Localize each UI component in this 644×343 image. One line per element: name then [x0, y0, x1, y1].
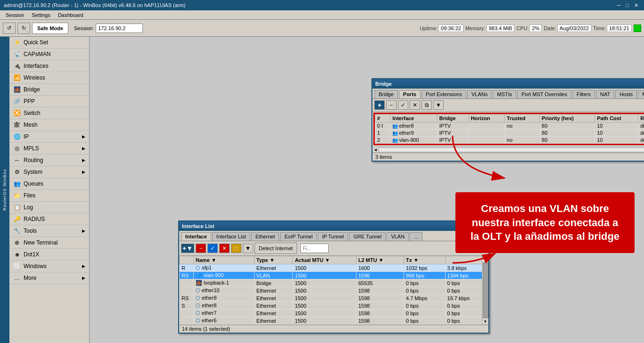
sidebar-label-queues: Queues	[24, 180, 85, 187]
tab-gre-tunnel[interactable]: GRE Tunnel	[349, 232, 386, 241]
cell-priority: 80	[540, 137, 595, 144]
tab-mstis[interactable]: MSTIs	[493, 90, 516, 98]
cell-interface: 👥ether8	[390, 122, 437, 130]
sidebar-item-wireless[interactable]: 📶 Wireless	[9, 72, 89, 84]
sidebar-label-capsman: CAPsMAN	[24, 51, 85, 57]
titlebar-title: admin@172.16.90.2 (Router - 1) - WinBox …	[4, 2, 185, 8]
bridge-add-btn[interactable]: +	[374, 100, 385, 110]
tab-interface[interactable]: Interface	[181, 232, 211, 241]
sidebar-item-mpls[interactable]: ◎ MPLS ▶	[9, 143, 89, 155]
bridge-col-num: #	[375, 114, 390, 122]
sidebar-item-queues[interactable]: 👥 Queues	[9, 178, 89, 190]
table-row[interactable]: ⬡ ether7 Ethernet 1500 1598 0 bps 0 bps	[180, 310, 488, 317]
iflist-disable-btn[interactable]: ✕	[219, 244, 230, 253]
titlebar: admin@172.16.90.2 (Router - 1) - WinBox …	[0, 0, 644, 10]
sidebar-item-bridge[interactable]: 🌉 Bridge	[9, 84, 89, 96]
tab-mdb[interactable]: MDB	[638, 90, 644, 98]
table-row[interactable]: R ⬡ sfp1 Ethernet 1500 1600 1032 bps 3.8…	[180, 264, 488, 272]
sidebar-item-windows[interactable]: ⬜ Windows ▶	[9, 261, 89, 272]
sidebar-item-switch[interactable]: 🔀 Switch	[9, 107, 89, 119]
table-row[interactable]: 0 I 👥ether8 IPTV no 80 10 disabled port	[375, 122, 644, 130]
sidebar-item-mesh[interactable]: 🕸 Mesh	[9, 119, 89, 131]
cell-actual-mtu: 1500	[293, 279, 356, 287]
bridge-window-titlebar[interactable]: Bridge □ ▣ ✕	[372, 79, 644, 89]
close-btn[interactable]: ✕	[632, 2, 640, 8]
tab-eoip-tunnel[interactable]: EoIP Tunnel	[280, 232, 317, 241]
detect-internet-btn[interactable]: Detect Internet	[255, 243, 297, 254]
iflist-remove-btn[interactable]: −	[196, 244, 206, 253]
iflist-window-titlebar[interactable]: Interface List □ ▣ ✕	[179, 221, 488, 231]
reload-btn2[interactable]: ↻	[17, 23, 30, 34]
tab-ip-tunnel[interactable]: IP Tunnel	[318, 232, 348, 241]
table-row[interactable]: ⬡ ether6 Ethernet 1500 1598 0 bps 0 bps	[180, 317, 488, 325]
sidebar-item-capsman[interactable]: 📡 CAPsMAN	[9, 49, 89, 60]
bridge-scroll-left[interactable]: ◄	[373, 147, 378, 152]
bridge-cross-btn[interactable]: ✕	[410, 100, 420, 110]
iflist-filter-btn[interactable]: ▼	[243, 244, 253, 253]
sidebar-item-files[interactable]: 📁 Files	[9, 190, 89, 202]
tab-ethernet[interactable]: Ethernet	[251, 232, 280, 241]
table-row[interactable]: 🌉 loopback-1 Bridge 1500 65535 0 bps 0 b…	[180, 279, 488, 287]
table-row[interactable]: S ⬡ ether8 Ethernet 1500 1598 0 bps 0 bp…	[180, 302, 488, 310]
tab-vlan[interactable]: VLAN	[387, 232, 409, 241]
sidebar-item-system[interactable]: ⚙ System ▶	[9, 166, 89, 178]
tab-interface-list[interactable]: Interface List	[212, 232, 250, 241]
table-row[interactable]: RS 🔷 vlan-900 VLAN 1500 1596 968 bps 134…	[180, 272, 488, 279]
cell-l2mtu: 1600	[356, 264, 404, 272]
tab-vlans[interactable]: VLANs	[467, 90, 492, 98]
time-value: 18:51:21	[607, 24, 632, 32]
safe-mode-button[interactable]: Safe Mode	[32, 23, 68, 34]
bridge-col-role: Role	[638, 114, 644, 122]
sidebar-item-quick-set[interactable]: ⚡ Quick Set	[9, 37, 89, 49]
tab-more[interactable]: ...	[410, 232, 422, 241]
bridge-filter-btn[interactable]: ▼	[433, 100, 444, 110]
sidebar-item-ppp[interactable]: 🔗 PPP	[9, 96, 89, 107]
menu-dashboard[interactable]: Dashboard	[54, 12, 87, 18]
menu-settings[interactable]: Settings	[28, 12, 54, 18]
sidebar-label-ppp: PPP	[24, 98, 85, 105]
maximize-btn[interactable]: □	[624, 2, 631, 8]
cell-horizon	[469, 122, 504, 130]
tab-hosts[interactable]: Hosts	[615, 90, 637, 98]
tab-bridge[interactable]: Bridge	[374, 90, 398, 98]
tab-port-mst-overrides[interactable]: Port MST Overrides	[517, 90, 571, 98]
sidebar-item-routing[interactable]: ↔ Routing ▶	[9, 155, 89, 166]
table-row[interactable]: 1 👥ether9 IPTV 80 10 designated port	[375, 130, 644, 137]
menu-session[interactable]: Session	[2, 12, 28, 18]
iflist-comment-btn[interactable]: □	[231, 244, 241, 253]
sidebar-item-more[interactable]: … More ▶	[9, 272, 89, 284]
date-value: Aug/03/2022	[557, 24, 591, 32]
session-input[interactable]	[96, 24, 143, 33]
tab-ports[interactable]: Ports	[399, 90, 421, 98]
cell-flags	[180, 287, 194, 294]
interfaces-icon: 🔌	[13, 62, 21, 70]
sidebar-item-tools[interactable]: 🔧 Tools ▶	[9, 225, 89, 237]
sidebar-item-log[interactable]: 📋 Log	[9, 202, 89, 213]
sidebar-item-ip[interactable]: 🌐 IP ▶	[9, 131, 89, 143]
iflist-enable-btn[interactable]: ✓	[207, 244, 218, 253]
sidebar-item-interfaces[interactable]: 🔌 Interfaces	[9, 60, 89, 72]
bridge-check-btn[interactable]: ✓	[398, 100, 408, 110]
tab-nat[interactable]: NAT	[596, 90, 614, 98]
minimize-btn[interactable]: ─	[615, 2, 622, 8]
sidebar-item-dot1x[interactable]: ◈ Dot1X	[9, 249, 89, 261]
sidebar-label-ip: IP	[24, 133, 79, 140]
ppp-icon: 🔗	[13, 98, 21, 105]
table-row[interactable]: RS ⬡ ether9 Ethernet 1500 1598 4.7 Mbps …	[180, 294, 488, 302]
iflist-find-input[interactable]	[300, 244, 329, 253]
sidebar-item-radius[interactable]: 🔑 RADIUS	[9, 213, 89, 225]
memory-label: Memory:	[465, 25, 486, 31]
scroll-up-btn[interactable]: ▲	[483, 256, 488, 262]
table-row[interactable]: ⬡ ether10 Ethernet 1500 1598 0 bps 0 bps	[180, 287, 488, 294]
tab-port-extensions[interactable]: Port Extensions	[421, 90, 466, 98]
cell-name: 🔷 vlan-900	[194, 272, 255, 279]
bridge-remove-btn[interactable]: −	[386, 100, 396, 110]
capsman-icon: 📡	[13, 50, 21, 58]
sidebar-item-new-terminal[interactable]: ⊕ New Terminal	[9, 237, 89, 249]
bridge-copy-btn[interactable]: ⧉	[421, 100, 432, 110]
scroll-down-btn[interactable]: ▼	[483, 318, 488, 325]
table-row[interactable]: 2 👥vlan-900 IPTV no 80 10 designated por…	[375, 137, 644, 144]
reload-btn1[interactable]: ↺	[3, 23, 16, 34]
tab-filters[interactable]: Filters	[572, 90, 595, 98]
iflist-add-btn[interactable]: +▼	[181, 244, 194, 253]
